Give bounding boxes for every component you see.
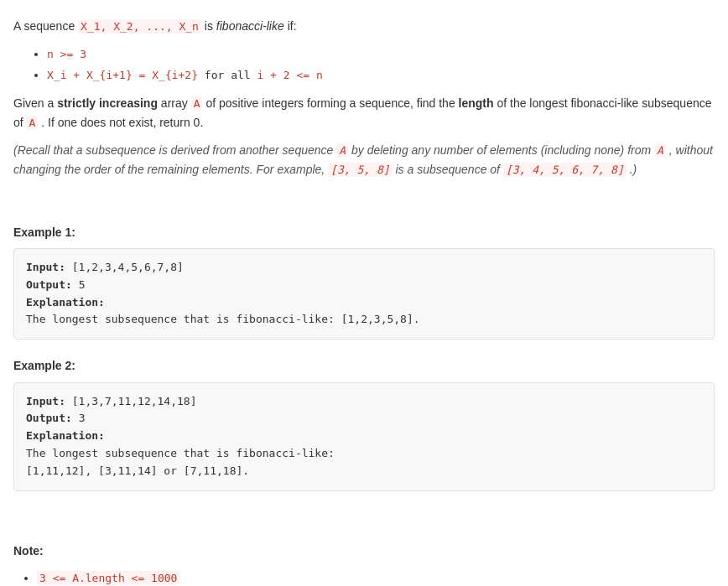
recall-code-ex2: [3, 4, 5, 6, 7, 8] <box>503 163 627 177</box>
example-2-output-line: Output: 3 <box>26 410 702 428</box>
desc-part2: array <box>161 96 191 110</box>
example-2-input-value: [1,3,7,11,12,14,18] <box>72 395 197 407</box>
recall-code-a1: A <box>336 143 348 158</box>
recall-text2: by deleting any number of elements (incl… <box>351 143 654 157</box>
condition-1: n >= 3 <box>47 46 715 64</box>
example-2-explanation-label-line: Explanation: <box>26 428 702 445</box>
example-1-input-line: Input: [1,2,3,4,5,6,7,8] <box>26 259 702 277</box>
recall-text4: is a subsequence of <box>395 163 502 176</box>
example-2-input-label: Input: <box>26 395 65 407</box>
desc-code-a: A <box>191 96 203 111</box>
intro-text-suffix: is fibonacci-like if: <box>205 19 297 33</box>
condition-2-range: i + 2 <= n <box>257 69 322 81</box>
example-2-output-value: 3 <box>79 412 86 424</box>
note-section: Note: 3 <= A.length <= 1000 1 <= A[0] < … <box>13 542 715 586</box>
condition-2-text: X_i + X_{i+1} = X_{i+2} <box>47 69 198 81</box>
note-item-1-code: 3 <= A.length <= 1000 <box>37 571 179 585</box>
example-1-input-label: Input: <box>26 261 65 273</box>
sequence-vars: X_1, X_2, ..., X_n <box>78 19 201 34</box>
example-2-explanation-text1: The longest subsequence that is fibonacc… <box>26 445 702 463</box>
example-2-block: Input: [1,3,7,11,12,14,18] Output: 3 Exp… <box>13 382 715 491</box>
desc-part3: of positive integers forming a sequence,… <box>205 96 458 110</box>
problem-content: A sequence X_1, X_2, ..., X_n is fibonac… <box>13 17 715 586</box>
example-2-title: Example 2: <box>13 356 715 375</box>
conditions-list: n >= 3 X_i + X_{i+1} = X_{i+2} for all i… <box>47 46 715 85</box>
example-2-section: Example 2: Input: [1,3,7,11,12,14,18] Ou… <box>13 356 715 490</box>
example-1-explanation-label-line: Explanation: <box>26 294 702 312</box>
recall-code-a2: A <box>654 143 666 158</box>
example-1-explanation-text: The longest subsequence that is fibonacc… <box>26 311 702 329</box>
example-1-input-value: [1,2,3,4,5,6,7,8] <box>72 261 184 273</box>
note-list: 3 <= A.length <= 1000 1 <= A[0] < A[1] <… <box>37 568 715 586</box>
desc-bold-strictly: strictly increasing <box>57 96 158 110</box>
intro-text-prefix: A sequence <box>13 19 75 33</box>
example-1-section: Example 1: Input: [1,2,3,4,5,6,7,8] Outp… <box>13 223 715 340</box>
example-2-explanation-label: Explanation: <box>26 429 105 442</box>
example-1-explanation-label: Explanation: <box>26 296 105 309</box>
desc-code-a2: A <box>27 116 39 130</box>
example-1-output-line: Output: 5 <box>26 277 702 294</box>
condition-1-text: n >= 3 <box>47 48 86 60</box>
condition-2-forall: for all <box>205 69 257 81</box>
desc-bold-length: length <box>459 96 494 110</box>
example-1-output-value: 5 <box>79 278 86 291</box>
example-1-block: Input: [1,2,3,4,5,6,7,8] Output: 5 Expla… <box>13 248 715 340</box>
condition-2: X_i + X_{i+1} = X_{i+2} for all i + 2 <=… <box>47 67 715 85</box>
note-item-1: 3 <= A.length <= 1000 <box>37 568 715 586</box>
intro-paragraph: A sequence X_1, X_2, ..., X_n is fibonac… <box>13 17 715 36</box>
example-1-output-label: Output: <box>26 278 72 291</box>
example-1-title: Example 1: <box>13 223 715 241</box>
description-paragraph: Given a strictly increasing array A of p… <box>13 94 715 132</box>
recall-paragraph: (Recall that a subsequence is derived fr… <box>13 141 715 179</box>
recall-text1: (Recall that a subsequence is derived fr… <box>13 143 336 157</box>
example-2-output-label: Output: <box>26 412 72 424</box>
example-2-explanation-text2: [1,11,12], [3,11,14] or [7,11,18]. <box>26 463 702 480</box>
desc-part5: . If one does not exist, return 0. <box>41 116 203 129</box>
recall-code-ex1: [3, 5, 8] <box>328 163 392 177</box>
example-2-input-line: Input: [1,3,7,11,12,14,18] <box>26 393 702 411</box>
desc-part1: Given a <box>13 96 57 110</box>
recall-text5: .) <box>630 163 637 176</box>
note-title: Note: <box>13 542 715 560</box>
